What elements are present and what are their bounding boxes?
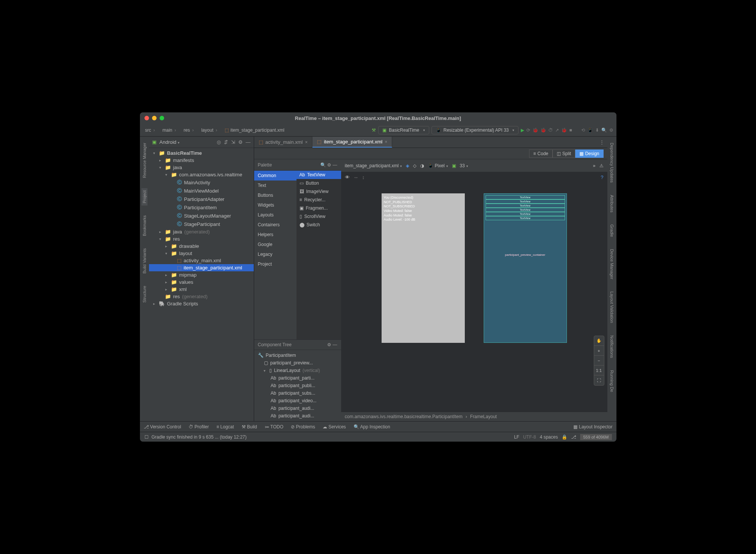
palette-cat-project[interactable]: Project — [254, 259, 297, 269]
canvas-file-dropdown[interactable]: item_stage_participant.xml — [345, 163, 402, 168]
zoom-fit-icon[interactable]: ⛶ — [594, 375, 604, 385]
sdk-icon[interactable]: ⬇ — [595, 128, 599, 133]
tree-xml[interactable]: ▸📁xml — [149, 286, 254, 293]
breadcrumb-layout[interactable]: layout — [199, 127, 220, 134]
tree-pkg[interactable]: ▾📁com.amazonaws.ivs.realtime — [149, 171, 254, 178]
tree-root[interactable]: ▾📁 BasicRealTime — [149, 149, 254, 157]
component-gear-icon[interactable]: ⚙ — [327, 342, 331, 347]
zoom-mode-icon[interactable]: ↕ — [362, 174, 365, 180]
breadcrumb-res[interactable]: res — [182, 127, 197, 134]
comp-textview[interactable]: Ab participant_audi... — [254, 405, 341, 412]
device-dropdown[interactable]: 📱Resizable (Experimental) API 33 — [432, 126, 519, 134]
stop-icon[interactable]: ■ — [569, 128, 572, 133]
close-icon[interactable]: × — [385, 139, 387, 145]
comp-textview[interactable]: Ab participant_publi... — [254, 382, 341, 389]
design-canvas[interactable]: You (Disconnected) NOT_PUBLISHED NOT_SUB… — [341, 182, 607, 412]
comp-textview[interactable]: Ab participant_parti... — [254, 374, 341, 382]
rail-structure[interactable]: Structure — [142, 283, 147, 305]
device-preview[interactable]: You (Disconnected) NOT_PUBLISHED NOT_SUB… — [382, 193, 465, 343]
status-lock-icon[interactable]: 🔒 — [562, 434, 567, 440]
zoom-out-icon[interactable]: − — [594, 356, 604, 366]
btool-logcat[interactable]: ≡ Logcat — [216, 424, 234, 430]
view-mode-design[interactable]: ▦ Design — [575, 149, 603, 158]
palette-cat-containers[interactable]: Containers — [254, 220, 297, 230]
palette-cat-buttons[interactable]: Buttons — [254, 190, 297, 200]
tree-res-gen[interactable]: 📁res (generated) — [149, 293, 254, 300]
comp-linearlayout[interactable]: ▾▯ LinearLayout (vertical) — [254, 367, 341, 374]
canvas-device-dropdown[interactable]: Pixel — [435, 163, 448, 168]
run-icon[interactable]: ▶ — [521, 128, 524, 133]
status-branch-icon[interactable]: ⎇ — [571, 434, 576, 440]
tab-item-stage-participant[interactable]: ⬚item_stage_participant.xml× — [312, 137, 392, 148]
canvas-warning-icon[interactable]: ⚠ — [599, 163, 604, 168]
tree-java[interactable]: ▾📁java — [149, 164, 254, 171]
gear-icon[interactable]: ⚙ — [238, 139, 243, 145]
btool-layout-inspector[interactable]: ▦ Layout Inspector — [573, 424, 612, 430]
rail-running-devices[interactable]: Running De — [610, 368, 614, 394]
status-memory[interactable]: 559 of 4096M — [580, 434, 612, 440]
orientation-icon[interactable]: ◇ — [413, 163, 416, 168]
status-indent[interactable]: 4 spaces — [540, 434, 558, 440]
help-icon[interactable]: ? — [601, 174, 603, 180]
close-icon[interactable]: × — [305, 140, 307, 145]
profile-icon[interactable]: ⏱ — [548, 128, 553, 133]
palette-item-imageview[interactable]: 🖼ImageView — [297, 187, 341, 196]
tree-class[interactable]: ⒸStageParticipant — [149, 220, 254, 228]
tab-activity-main[interactable]: ⬚activity_main.xml× — [254, 137, 313, 148]
search-icon[interactable]: 🔍 — [601, 128, 607, 133]
rerun-icon[interactable]: ⟳ — [526, 128, 530, 133]
palette-item-fragment[interactable]: ▣Fragmen... — [297, 204, 341, 212]
tree-class[interactable]: ⒸMainViewModel — [149, 187, 254, 195]
tree-manifests[interactable]: ▸📁manifests — [149, 157, 254, 164]
tree-class[interactable]: ⒸStageLayoutManager — [149, 212, 254, 220]
btool-todo[interactable]: ≔ TODO — [265, 424, 284, 430]
tree-drawable[interactable]: ▸📁drawable — [149, 243, 254, 250]
tree-java-gen[interactable]: ▸📁java (generated) — [149, 228, 254, 235]
breadcrumb-main[interactable]: main — [160, 127, 179, 134]
tree-layout-file-selected[interactable]: ⬚item_stage_participant.xml — [149, 264, 254, 271]
attach-icon[interactable]: 🐞 — [561, 128, 567, 133]
debug-icon[interactable]: 🐞 — [532, 128, 538, 133]
palette-item-switch[interactable]: ⬤Switch — [297, 221, 341, 229]
visibility-icon[interactable]: 👁 — [345, 174, 350, 180]
sync-icon[interactable]: ⟲ — [581, 128, 585, 133]
view-mode-code[interactable]: ≡ Code — [529, 149, 553, 158]
nightmode-icon[interactable]: ◑ — [420, 163, 424, 168]
settings-icon[interactable]: ⚙ — [609, 128, 613, 133]
status-eol[interactable]: LF — [514, 434, 519, 440]
project-tree[interactable]: ▾📁 BasicRealTime ▸📁manifests ▾📁java ▾📁co… — [149, 148, 254, 421]
btool-problems[interactable]: ⊘ Problems — [291, 424, 315, 430]
tree-res[interactable]: ▾📁res — [149, 235, 254, 243]
hammer-icon[interactable]: ⚒ — [372, 128, 376, 133]
rail-resource-manager[interactable]: Resource Manager — [142, 140, 147, 181]
rail-layout-validation[interactable]: Layout Validation — [610, 289, 614, 325]
comp-root[interactable]: 🔧 ParticipantItem — [254, 352, 341, 359]
tree-values[interactable]: ▸📁values — [149, 279, 254, 286]
palette-search-icon[interactable]: 🔍 — [320, 162, 326, 168]
tree-layout-file[interactable]: ⬚activity_main.xml — [149, 257, 254, 264]
zoom-in-icon[interactable]: + — [594, 346, 604, 356]
tree-layout[interactable]: ▾📁layout — [149, 250, 254, 257]
project-view-dropdown[interactable]: Android — [160, 139, 180, 145]
collapse-icon[interactable]: ⇲ — [231, 139, 235, 145]
tab-menu-icon[interactable]: ⋮ — [596, 137, 607, 148]
comp-textview[interactable]: Ab participant_video... — [254, 397, 341, 405]
comp-framelayout[interactable]: ▢ participant_preview... — [254, 359, 341, 367]
comp-textview[interactable]: Ab participant_subs... — [254, 389, 341, 397]
canvas-api-dropdown[interactable]: 33 — [460, 163, 468, 168]
surface-icon[interactable]: ◈ — [406, 163, 409, 168]
pan-mode-icon[interactable]: ↔ — [354, 174, 359, 180]
zoom-reset-icon[interactable]: 1:1 — [594, 366, 604, 375]
palette-cat-google[interactable]: Google — [254, 240, 297, 249]
run-config-dropdown[interactable]: ▣BasicRealTime — [378, 126, 429, 134]
status-encoding[interactable]: UTF-8 — [523, 434, 536, 440]
btool-profiler[interactable]: ⏱ Profiler — [189, 424, 209, 430]
blueprint-preview[interactable]: TextView TextView TextView TextView Text… — [484, 193, 567, 343]
rail-gradle[interactable]: Gradle — [610, 222, 614, 239]
palette-item-button[interactable]: ▭Button — [297, 179, 341, 187]
btool-build[interactable]: ⚒ Build — [242, 424, 257, 430]
palette-item-textview[interactable]: AbTextView — [297, 171, 341, 179]
breadcrumb-file[interactable]: ⬚item_stage_participant.xml — [222, 127, 287, 134]
canvas-overflow-icon[interactable]: » — [593, 163, 596, 168]
rail-build-variants[interactable]: Build Variants — [142, 246, 147, 276]
